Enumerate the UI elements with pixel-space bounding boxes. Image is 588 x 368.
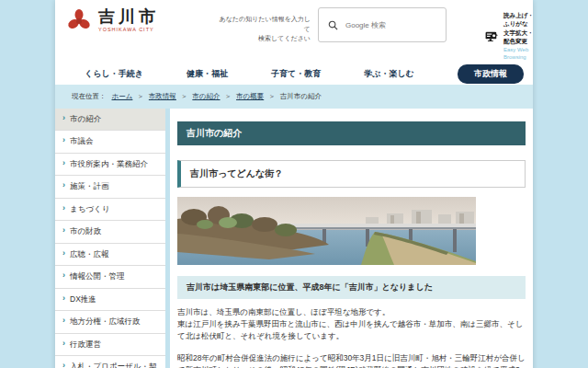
river-bridge-photo	[177, 197, 526, 265]
main-content: 吉川市の紹介 吉川市ってどんな街？	[170, 109, 533, 368]
chevron-right-icon: ›	[62, 316, 65, 326]
sidebar-item[interactable]: ›広聴・広報	[55, 244, 165, 266]
breadcrumb: 現在位置： ホーム＞市政情報＞市の紹介＞市の概要＞吉川市の紹介	[55, 85, 533, 109]
chevron-right-icon: ›	[62, 339, 65, 349]
nav-item[interactable]: 学ぶ・楽しむ	[364, 68, 414, 80]
chevron-right-icon: ›	[62, 181, 65, 190]
breadcrumb-prefix: 現在位置：	[72, 92, 107, 101]
sidebar-item[interactable]: ›まちづくり	[55, 199, 165, 221]
search-icon	[328, 20, 338, 30]
sidebar-item-label: 行政運営	[70, 339, 101, 350]
sidebar-item-label: DX推進	[70, 294, 96, 305]
easy-web-browsing-icon	[485, 28, 498, 46]
chevron-right-icon: ›	[62, 294, 65, 304]
chevron-right-icon: ›	[62, 249, 65, 259]
page-title: 吉川市の紹介	[177, 121, 526, 145]
chevron-right-icon: ›	[62, 159, 65, 168]
section-heading: 吉川市ってどんな街？	[177, 160, 526, 188]
sidebar-item-label: 入札・プロポーザル・契約	[70, 362, 160, 368]
breadcrumb-separator: ＞	[181, 92, 188, 100]
search-input[interactable]: Google 検索	[318, 7, 447, 42]
breadcrumb-separator: ＞	[225, 92, 232, 100]
breadcrumb-separator: ＞	[137, 92, 144, 100]
chevron-right-icon: ›	[62, 204, 65, 213]
nav-item[interactable]: 健康・福祉	[187, 68, 228, 80]
sidebar-menu: ›市の紹介›市議会›市役所案内・業務紹介›施策・計画›まちづくり›市の財政›広聴…	[55, 109, 165, 368]
search-hint: あなたの知りたい情報を入力して 検索してください	[219, 15, 311, 44]
sidebar-item[interactable]: ›入札・プロポーザル・契約	[55, 356, 165, 368]
site-name: 吉川市	[98, 8, 159, 25]
nav-item-active[interactable]: 市政情報	[458, 64, 524, 84]
sidebar-item-label: まちづくり	[70, 204, 110, 214]
accessibility-label: 読み上げ・ふりがな 文字拡大・配色変更 Easy Web Browsing	[503, 11, 536, 62]
search-placeholder: Google 検索	[345, 20, 386, 30]
sub-heading: 吉川市は埼玉県南東部に位置、平成8年に「吉川市」となりました	[177, 276, 526, 299]
sidebar-item[interactable]: ›市役所案内・業務紹介	[55, 154, 165, 176]
breadcrumb-link[interactable]: 市の概要	[236, 92, 264, 100]
sidebar-item-label: 施策・計画	[70, 181, 109, 191]
sidebar-item[interactable]: ›市の財政	[55, 221, 165, 243]
sidebar-item-label: 市の財政	[70, 226, 101, 236]
sidebar-item[interactable]: ›DX推進	[55, 289, 165, 311]
sidebar-item[interactable]: ›行政運営	[55, 334, 165, 356]
sidebar-item-label: 市役所案内・業務紹介	[70, 159, 148, 169]
breadcrumb-separator: ＞	[268, 92, 276, 100]
site-name-en: YOSHIKAWA CITY	[98, 27, 159, 32]
sidebar-item[interactable]: ›市の紹介	[55, 109, 165, 131]
sidebar-item[interactable]: ›情報公開・管理	[55, 266, 165, 288]
site-header: 吉川市 YOSHIKAWA CITY あなたの知りたい情報を入力して 検索してく…	[55, 0, 533, 63]
page-container: 吉川市 YOSHIKAWA CITY あなたの知りたい情報を入力して 検索してく…	[55, 0, 533, 368]
city-emblem-icon	[66, 7, 92, 33]
sidebar-item[interactable]: ›地方分権・広域行政	[55, 311, 165, 333]
paragraph-1: 吉川市は、埼玉県の南東部に位置し、ほぼ平坦な地形です。 東は江戸川を挟み千葉県野…	[177, 306, 526, 343]
sidebar-item[interactable]: ›施策・計画	[55, 176, 165, 198]
accessibility-tool[interactable]: 読み上げ・ふりがな 文字拡大・配色変更 Easy Web Browsing	[485, 11, 536, 62]
nav-item[interactable]: 子育て・教育	[271, 68, 321, 80]
paragraph-2: 昭和28年の町村合併促進法の施行によって昭和30年3月1日に旧吉川町・旭村・三輪…	[177, 352, 526, 368]
chevron-right-icon: ›	[62, 226, 65, 236]
main-nav: くらし・手続き健康・福祉子育て・教育学ぶ・楽しむ市政情報	[55, 63, 533, 85]
nav-item[interactable]: くらし・手続き	[85, 68, 143, 80]
chevron-right-icon: ›	[62, 136, 65, 145]
breadcrumb-link[interactable]: 市政情報	[149, 92, 176, 100]
sidebar-item[interactable]: ›市議会	[55, 131, 165, 153]
chevron-right-icon: ›	[62, 271, 65, 281]
sidebar-item-label: 情報公開・管理	[70, 271, 125, 282]
chevron-right-icon: ›	[62, 362, 65, 368]
breadcrumb-list: ホーム＞市政情報＞市の紹介＞市の概要＞吉川市の紹介	[112, 92, 322, 101]
site-logo[interactable]: 吉川市 YOSHIKAWA CITY	[66, 7, 159, 33]
chevron-right-icon: ›	[62, 114, 65, 123]
breadcrumb-link[interactable]: ホーム	[112, 92, 133, 100]
sidebar-item-label: 市議会	[70, 136, 94, 146]
sidebar-item-label: 市の紹介	[70, 114, 101, 124]
breadcrumb-current: 吉川市の紹介	[280, 92, 322, 100]
sidebar-item-label: 広聴・広報	[70, 249, 109, 259]
breadcrumb-link[interactable]: 市の紹介	[192, 92, 220, 100]
sidebar-item-label: 地方分権・広域行政	[70, 316, 141, 327]
